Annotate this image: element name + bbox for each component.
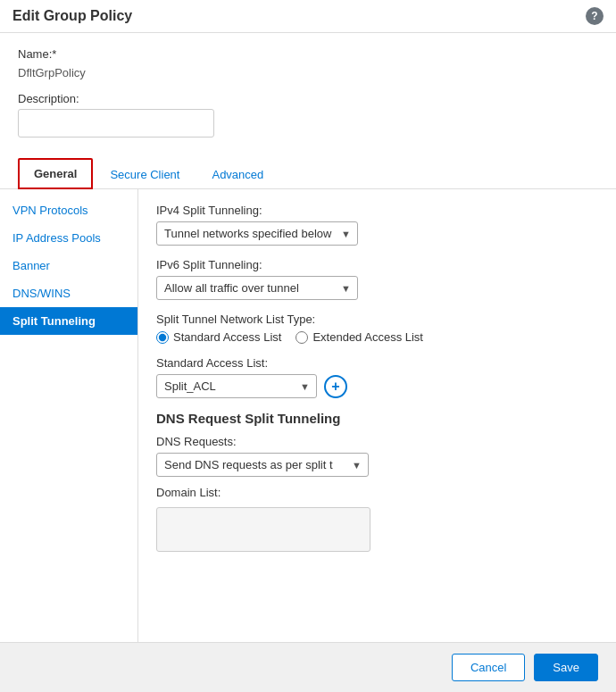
ipv4-label: IPv4 Split Tunneling:: [156, 204, 598, 217]
save-button[interactable]: Save: [534, 654, 598, 681]
sidebar-item-vpn-protocols[interactable]: VPN Protocols: [0, 196, 137, 224]
domain-list-textarea[interactable]: [156, 507, 370, 552]
page-title: Edit Group Policy: [12, 8, 132, 24]
sidebar-item-banner[interactable]: Banner: [0, 252, 137, 279]
acl-select-wrapper: Split_ACL ACL_2 ACL_3 ▼: [156, 374, 317, 398]
network-list-type-section: Split Tunnel Network List Type: Standard…: [156, 313, 598, 344]
ipv6-select-wrapper: Allow all traffic over tunnel Tunnel net…: [156, 276, 358, 300]
tab-advanced[interactable]: Advanced: [196, 160, 279, 189]
tab-general[interactable]: General: [18, 158, 93, 189]
description-group: Description:: [18, 92, 598, 138]
dns-select[interactable]: Send DNS requests as per split t Send al…: [156, 453, 369, 477]
tabs-bar: General Secure Client Advanced: [0, 157, 616, 189]
add-acl-button[interactable]: +: [324, 375, 347, 398]
name-group: Name:* DfltGrpPolicy: [18, 47, 598, 81]
ipv4-select[interactable]: Tunnel networks specified below Allow al…: [156, 221, 358, 246]
domain-list-label: Domain List:: [156, 486, 598, 499]
radio-extended-label[interactable]: Extended Access List: [296, 330, 423, 344]
dns-section-title: DNS Request Split Tunneling: [156, 411, 598, 426]
page-wrapper: Edit Group Policy ? Name:* DfltGrpPolicy…: [0, 0, 616, 692]
ipv6-select[interactable]: Allow all traffic over tunnel Tunnel net…: [156, 276, 358, 300]
dns-section: DNS Request Split Tunneling DNS Requests…: [156, 411, 598, 554]
network-list-type-label: Split Tunnel Network List Type:: [156, 313, 598, 326]
description-input[interactable]: [18, 109, 214, 138]
description-label: Description:: [18, 92, 598, 105]
cancel-button[interactable]: Cancel: [452, 654, 525, 681]
ipv4-section: IPv4 Split Tunneling: Tunnel networks sp…: [156, 204, 598, 246]
form-area: Name:* DfltGrpPolicy Description:: [0, 33, 616, 157]
sidebar: VPN Protocols IP Address Pools Banner DN…: [0, 189, 138, 642]
footer: Cancel Save: [0, 642, 616, 692]
radio-extended-input[interactable]: [296, 331, 308, 344]
main-content: VPN Protocols IP Address Pools Banner DN…: [0, 189, 616, 642]
radio-extended-text: Extended Access List: [312, 330, 423, 344]
standard-acl-section: Standard Access List: Split_ACL ACL_2 AC…: [156, 356, 598, 398]
sidebar-item-split-tunneling[interactable]: Split Tunneling: [0, 307, 137, 335]
acl-select[interactable]: Split_ACL ACL_2 ACL_3: [156, 374, 317, 398]
radio-standard-input[interactable]: [156, 331, 169, 344]
name-label: Name:*: [18, 47, 598, 61]
dns-requests-label: DNS Requests:: [156, 435, 598, 448]
help-icon[interactable]: ?: [586, 7, 604, 25]
ipv6-section: IPv6 Split Tunneling: Allow all traffic …: [156, 258, 598, 300]
ipv4-select-wrapper: Tunnel networks specified below Allow al…: [156, 221, 358, 246]
sidebar-item-dns-wins[interactable]: DNS/WINS: [0, 279, 137, 307]
radio-standard-label[interactable]: Standard Access List: [156, 330, 281, 344]
acl-row: Split_ACL ACL_2 ACL_3 ▼ +: [156, 374, 598, 398]
dns-select-wrapper: Send DNS requests as per split t Send al…: [156, 453, 369, 477]
radio-standard-text: Standard Access List: [173, 330, 281, 344]
network-list-type-radio-group: Standard Access List Extended Access Lis…: [156, 330, 598, 344]
standard-acl-label: Standard Access List:: [156, 356, 598, 370]
tab-secure-client[interactable]: Secure Client: [95, 160, 195, 189]
ipv6-label: IPv6 Split Tunneling:: [156, 258, 598, 271]
header: Edit Group Policy ?: [0, 0, 616, 33]
sidebar-item-ip-address-pools[interactable]: IP Address Pools: [0, 224, 137, 252]
content-panel: IPv4 Split Tunneling: Tunnel networks sp…: [138, 189, 616, 642]
name-value: DfltGrpPolicy: [18, 64, 598, 81]
